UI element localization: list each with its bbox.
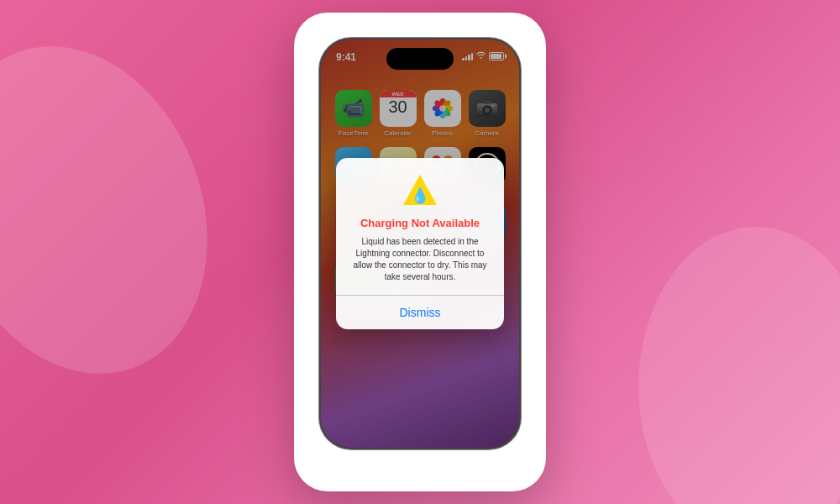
- alert-icon-container: 💧: [349, 173, 491, 210]
- svg-text:💧: 💧: [411, 186, 430, 205]
- alert-title: Charging Not Available: [349, 217, 491, 229]
- bg-shape-right: [638, 227, 840, 504]
- warning-icon: 💧: [402, 173, 438, 210]
- iphone-frame: 9:41: [319, 38, 521, 449]
- phone-card: 9:41: [294, 13, 546, 491]
- warning-triangle-svg: 💧: [402, 173, 438, 207]
- alert-overlay: 💧 Charging Not Available Liquid has been…: [321, 39, 519, 448]
- bg-shape-left: [0, 9, 251, 411]
- alert-box: 💧 Charging Not Available Liquid has been…: [336, 158, 504, 329]
- alert-message: Liquid has been detected in the Lightnin…: [349, 236, 491, 283]
- iphone-screen: 9:41: [321, 39, 519, 448]
- dismiss-button[interactable]: Dismiss: [349, 296, 491, 329]
